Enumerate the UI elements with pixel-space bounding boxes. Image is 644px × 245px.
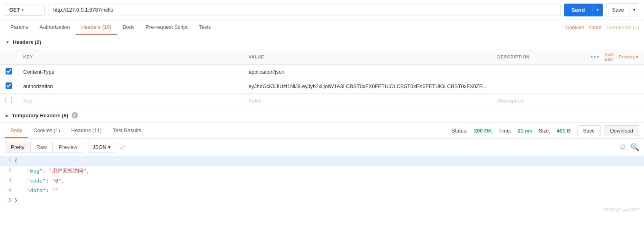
row1-actions-cell — [585, 65, 644, 79]
send-button-group: Send ▾ — [564, 4, 603, 16]
row3-checkbox[interactable] — [6, 97, 12, 103]
send-dropdown-button[interactable]: ▾ — [592, 4, 603, 16]
tab-tests[interactable]: Tests — [193, 20, 216, 35]
row1-checkbox[interactable] — [6, 68, 12, 74]
col-checkbox — [0, 49, 18, 65]
time-value: 21 ms — [518, 128, 532, 134]
row2-key-cell: authorization — [18, 79, 243, 94]
response-section: Body Cookies (1) Headers (11) Test Resul… — [0, 123, 644, 206]
save-button-group: Save ▾ — [606, 3, 639, 16]
format-select[interactable]: JSON ▾ — [88, 142, 115, 153]
table-row: Content-Type application/json — [0, 65, 644, 79]
temp-headers-info-icon[interactable]: i — [72, 112, 78, 118]
table-actions: ••• Bulk Edit Presets ▾ — [590, 52, 638, 62]
temp-headers-title: Temporary Headers (8) — [12, 112, 68, 118]
presets-button[interactable]: Presets ▾ — [619, 54, 638, 60]
row3-checkbox-cell — [0, 94, 18, 108]
row1-key-cell: Content-Type — [18, 65, 243, 79]
row2-actions-cell — [585, 79, 644, 94]
row3-value-cell: Value — [243, 94, 492, 108]
line-content-4: "data": "" — [14, 186, 58, 196]
line-content-3: "code": "0", — [14, 176, 64, 186]
row3-actions-cell — [585, 94, 644, 108]
method-chevron-icon: ▾ — [22, 8, 24, 12]
top-bar: GET ▾ Send ▾ Save ▾ — [0, 0, 644, 20]
headers-table: KEY VALUE DESCRIPTION ••• Bulk Edit Pres… — [0, 49, 644, 108]
format-tab-pretty[interactable]: Pretty — [5, 142, 30, 153]
row2-checkbox[interactable] — [6, 82, 12, 89]
tab-test-results[interactable]: Test Results — [107, 123, 147, 138]
tab-authorization[interactable]: Authorization — [34, 20, 76, 35]
bulk-edit-button[interactable]: Bulk Edit — [604, 52, 614, 62]
code-line-1: 1 { — [0, 156, 644, 166]
cookies-link[interactable]: Cookies — [566, 24, 584, 30]
method-label: GET — [9, 7, 20, 13]
code-line-4: 4 "data": "" — [0, 186, 644, 196]
method-selector[interactable]: GET ▾ — [5, 4, 45, 16]
size-label: Size: — [539, 128, 550, 134]
table-row: authorization eyJhbGciOiJIUzI1NiJ9.eyJyb… — [0, 79, 644, 94]
status-label: Status: — [452, 128, 468, 134]
response-meta: Status: 200 OK Time: 21 ms Size: 401 B S… — [452, 125, 639, 136]
table-header-row: KEY VALUE DESCRIPTION ••• Bulk Edit Pres… — [0, 49, 644, 65]
response-tab-bar: Body Cookies (1) Headers (11) Test Resul… — [0, 123, 644, 139]
presets-label: Presets — [619, 54, 635, 59]
watermark-text: CSDN @lisus2007 — [602, 207, 639, 212]
row1-checkbox-cell — [0, 65, 18, 79]
row3-value-placeholder: Value — [249, 98, 262, 104]
code-link[interactable]: Code — [589, 24, 602, 30]
send-button[interactable]: Send — [564, 4, 592, 16]
more-options-button[interactable]: ••• — [590, 53, 600, 60]
format-bar-right: ⧉ 🔍 — [620, 143, 639, 152]
tab-params[interactable]: Params — [5, 20, 34, 35]
save-dropdown-button[interactable]: ▾ — [630, 4, 639, 16]
row1-key: Content-Type — [23, 69, 54, 75]
line-num-5: 5 — [0, 196, 14, 204]
tab-headers[interactable]: Headers (10) — [76, 20, 117, 35]
size-value: 401 B — [557, 128, 571, 134]
copy-icon[interactable]: ⧉ — [620, 143, 626, 151]
tab-response-cookies[interactable]: Cookies (1) — [28, 123, 66, 138]
headers-section: ▼ Headers (2) KEY VALUE DESCRIPTION ••• … — [0, 35, 644, 123]
row2-desc-cell — [492, 79, 585, 94]
code-line-2: 2 "msg": "用户无权访问", — [0, 166, 644, 176]
request-tabs-left: Params Authorization Headers (10) Body P… — [5, 20, 566, 35]
code-line-5: 5 } — [0, 196, 644, 206]
line-content-1: { — [14, 156, 18, 166]
row1-desc-cell — [492, 65, 585, 79]
col-key-header: KEY — [18, 49, 243, 65]
search-icon[interactable]: 🔍 — [630, 143, 639, 152]
request-tabs-right: Cookies Code Comments (0) — [566, 24, 639, 30]
row2-value-cell: eyJhbGciOiJIUzI1NiJ9.eyJyb2xlIjoiW1A3LCB… — [243, 79, 492, 94]
comments-link[interactable]: Comments (0) — [606, 24, 639, 30]
tab-body[interactable]: Body — [117, 20, 140, 35]
format-tab-preview[interactable]: Preview — [53, 142, 83, 153]
line-num-1: 1 — [0, 156, 14, 165]
tab-response-body[interactable]: Body — [5, 123, 28, 138]
headers-chevron-icon: ▼ — [6, 40, 10, 44]
line-num-2: 2 — [0, 166, 14, 175]
save-button[interactable]: Save — [606, 4, 630, 16]
line-content-2: "msg": "用户无权访问", — [14, 166, 90, 176]
line-num-3: 3 — [0, 176, 14, 185]
headers-section-toggle[interactable]: ▼ Headers (2) — [0, 35, 644, 49]
tab-pre-request[interactable]: Pre-request Script — [140, 20, 193, 35]
url-input[interactable] — [48, 4, 561, 16]
response-action-buttons: Save Download — [577, 125, 639, 136]
col-actions-header: ••• Bulk Edit Presets ▾ — [585, 49, 644, 65]
response-save-button[interactable]: Save — [577, 125, 601, 136]
format-select-chevron-icon: ▾ — [108, 144, 111, 150]
format-tab-raw[interactable]: Raw — [30, 142, 53, 153]
format-select-label: JSON — [92, 144, 106, 150]
watermark: CSDN @lisus2007 — [0, 206, 644, 214]
request-tab-bar: Params Authorization Headers (10) Body P… — [0, 20, 644, 35]
tab-response-headers[interactable]: Headers (11) — [66, 123, 107, 138]
response-download-button[interactable]: Download — [604, 125, 639, 136]
temp-headers-section[interactable]: ▶ Temporary Headers (8) i — [0, 108, 644, 122]
line-content-5: } — [14, 196, 18, 206]
col-value-header: VALUE — [243, 49, 492, 65]
time-label: Time: — [498, 128, 511, 134]
row3-key-cell: Key — [18, 94, 243, 108]
row3-key-placeholder: Key — [23, 98, 32, 104]
wrap-icon[interactable]: ⇌ — [120, 143, 125, 151]
